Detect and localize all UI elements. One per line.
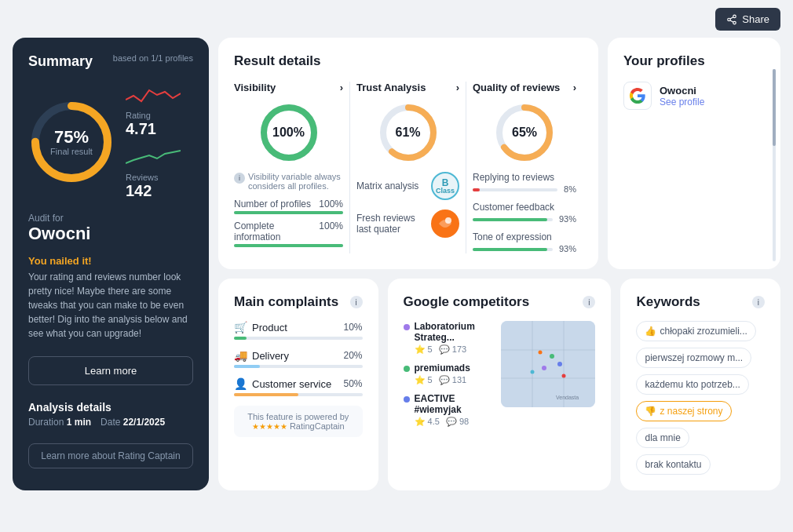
feedback-progress bbox=[473, 218, 553, 221]
keyword-0[interactable]: 👍 chłopaki zrozumieli... bbox=[636, 321, 755, 341]
analysis-details-title: Analysis details bbox=[28, 401, 193, 414]
replying-reviews-item: Replying to reviews 8% bbox=[473, 172, 576, 194]
thumbsdown-icon-3: 👎 bbox=[645, 406, 656, 417]
star-icon-1: ⭐ 5 bbox=[415, 375, 433, 385]
reviews-box: Reviews 142 bbox=[126, 146, 181, 200]
audit-name: Owocni bbox=[28, 224, 193, 244]
competitor-dot-1 bbox=[404, 366, 410, 372]
visibility-percent: 100% bbox=[272, 126, 305, 140]
review-icon-2: 💬 98 bbox=[446, 417, 469, 427]
competitor-name-2: EACTIVE #wiemyjak bbox=[415, 393, 494, 415]
complaints-title-row: Main complaints i bbox=[234, 294, 363, 310]
num-profiles-fill bbox=[234, 211, 343, 214]
trust-inner: Matrix analysis B Class Fresh reviews la… bbox=[356, 172, 459, 238]
keyword-4[interactable]: dla mnie bbox=[636, 428, 689, 448]
profiles-title: Your profiles bbox=[623, 53, 765, 69]
keyword-5[interactable]: brak kontaktu bbox=[636, 454, 710, 475]
svg-point-1 bbox=[728, 18, 731, 21]
visibility-note: i Visibility variable always considers a… bbox=[234, 172, 343, 191]
powered-by-badge: This feature is powered by ★★★★★ RatingC… bbox=[234, 406, 363, 437]
complete-info-fill bbox=[234, 244, 343, 247]
reviews-sparkline bbox=[126, 146, 181, 169]
svg-line-3 bbox=[730, 20, 733, 21]
google-icon bbox=[623, 82, 652, 110]
learn-more-rating-button[interactable]: Learn more about Rating Captain bbox=[28, 443, 193, 468]
complaint-cs-header: 👤 Customer service 50% bbox=[234, 377, 363, 390]
complaints-info-icon[interactable]: i bbox=[350, 296, 363, 308]
quality-section: Quality of reviews › 65% Replying to rev… bbox=[466, 82, 583, 253]
complete-info-item: Complete information 100% bbox=[234, 220, 343, 242]
svg-point-2 bbox=[733, 21, 736, 24]
svg-point-21 bbox=[542, 366, 546, 370]
visibility-donut: 100% bbox=[258, 101, 320, 164]
svg-point-12 bbox=[445, 217, 451, 224]
powered-by-brand: ★★★★★ RatingCaptain bbox=[243, 421, 353, 431]
quality-donut: 65% bbox=[493, 101, 556, 164]
svg-text:Vendasta: Vendasta bbox=[556, 395, 579, 400]
keyword-3[interactable]: 👎 z naszej strony bbox=[636, 401, 731, 421]
svg-point-0 bbox=[733, 15, 736, 18]
customer-feedback-item: Customer feedback 93% bbox=[473, 202, 576, 224]
product-icon: 🛒 bbox=[234, 321, 247, 333]
competitor-dot-0 bbox=[404, 324, 410, 330]
info-dot-icon: i bbox=[234, 173, 245, 184]
scrollbar bbox=[773, 69, 776, 261]
based-on-label: based on 1/1 profiles bbox=[113, 53, 193, 63]
complaint-delivery-pct: 20% bbox=[343, 350, 362, 361]
keywords-info-icon[interactable]: i bbox=[752, 296, 765, 308]
competitors-card: Google competitors i Laboratorium Strate… bbox=[388, 279, 612, 490]
keyword-2[interactable]: każdemu kto potrzeb... bbox=[636, 374, 748, 395]
quality-chevron[interactable]: › bbox=[573, 82, 576, 93]
complaint-delivery: 🚚 Delivery 20% bbox=[234, 349, 363, 368]
final-result-percent: 75% bbox=[50, 128, 93, 147]
result-details-title: Result details bbox=[234, 53, 583, 69]
competitors-info-icon[interactable]: i bbox=[583, 296, 595, 308]
replying-progress-row: 8% bbox=[473, 184, 576, 194]
competitor-meta-1: ⭐ 5 💬 131 bbox=[415, 375, 470, 385]
b-class-badge: B Class bbox=[431, 172, 459, 200]
keyword-1[interactable]: pierwszej rozmowy m... bbox=[636, 348, 751, 368]
complaint-delivery-header: 🚚 Delivery 20% bbox=[234, 349, 363, 362]
rating-box: Rating 4.71 bbox=[126, 84, 181, 138]
profile-info: Owocni See profile bbox=[660, 85, 704, 107]
svg-point-20 bbox=[550, 354, 554, 359]
reviews-label: Reviews bbox=[126, 173, 181, 182]
competitor-name-1: premiumads bbox=[415, 363, 470, 373]
final-result-donut: 75% Final result bbox=[28, 99, 115, 185]
scrollbar-thumb bbox=[773, 69, 776, 146]
competitors-title-row: Google competitors i bbox=[404, 294, 596, 310]
delivery-progress bbox=[234, 365, 363, 368]
star-icon-0: ⭐ 5 bbox=[415, 344, 433, 355]
trust-donut: 61% bbox=[377, 101, 440, 164]
product-progress bbox=[234, 337, 363, 340]
competitor-meta-2: ⭐ 4.5 💬 98 bbox=[415, 417, 494, 427]
share-button[interactable]: Share bbox=[715, 8, 780, 31]
nailed-section: You nailed it! Your rating and reviews n… bbox=[28, 252, 193, 341]
complaints-title: Main complaints bbox=[234, 294, 338, 310]
complaint-cs-name: Customer service bbox=[252, 378, 338, 390]
summary-title: Summary bbox=[28, 53, 93, 70]
final-result-label: Final result bbox=[50, 147, 93, 156]
profile-item: Owocni See profile bbox=[623, 82, 765, 110]
feedback-progress-row: 93% bbox=[473, 214, 576, 224]
learn-more-button[interactable]: Learn more bbox=[28, 356, 193, 385]
nailed-it-label: You nailed it! bbox=[28, 255, 193, 267]
competitor-dot-2 bbox=[404, 396, 410, 403]
competitor-meta-0: ⭐ 5 💬 173 bbox=[415, 344, 494, 355]
trust-title: Trust Analysis bbox=[356, 82, 426, 93]
trust-section: Trust Analysis › 61% Matrix analysis bbox=[350, 82, 466, 253]
complaint-product: 🛒 Product 10% bbox=[234, 321, 363, 340]
analysis-details: Analysis details Duration 1 min Date 22/… bbox=[28, 401, 193, 428]
thumbsup-icon-0: 👍 bbox=[645, 326, 656, 337]
trust-chevron[interactable]: › bbox=[456, 82, 459, 93]
stars-icon: ★★★★★ bbox=[252, 422, 287, 431]
cs-progress bbox=[234, 393, 363, 396]
delivery-icon: 🚚 bbox=[234, 349, 247, 362]
fresh-reviews-item: Fresh reviews last quater bbox=[356, 210, 459, 238]
visibility-chevron[interactable]: › bbox=[340, 82, 343, 93]
audit-for-label: Audit for bbox=[28, 213, 193, 224]
tone-progress-row: 93% bbox=[473, 244, 576, 253]
rating-sparkline bbox=[126, 84, 181, 107]
visibility-section: Visibility › 100% i Visibility variable … bbox=[234, 82, 350, 253]
see-profile-link[interactable]: See profile bbox=[660, 97, 704, 107]
